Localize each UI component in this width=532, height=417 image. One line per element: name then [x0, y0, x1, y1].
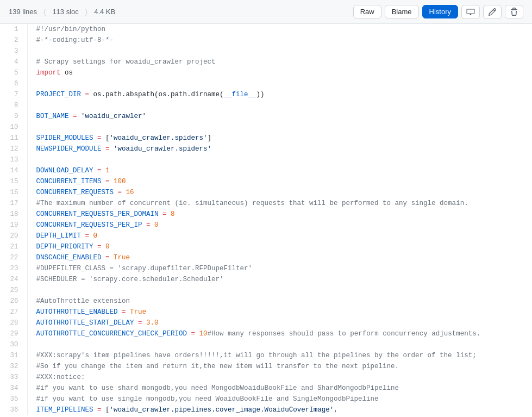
code-container: 1 #!/usr/bin/python 2 #-*-coding:utf-8-*… — [0, 24, 532, 415]
line-code: #!/usr/bin/python — [27, 24, 532, 35]
line-number: 3 — [0, 46, 27, 57]
table-row: 34 #if you want to use shard mongodb,you… — [0, 383, 532, 394]
line-code: AUTOTHROTTLE_START_DELAY = 3.0 — [27, 318, 532, 328]
line-number: 24 — [0, 274, 27, 285]
line-code — [27, 100, 532, 111]
table-row: 16 CONCURRENT_REQUESTS = 16 — [0, 187, 532, 198]
line-number: 31 — [0, 350, 27, 361]
table-row: 22 DNSCACHE_ENABLED = True — [0, 252, 532, 263]
line-number: 12 — [0, 144, 27, 154]
table-row: 32 #So if you change the item and return… — [0, 361, 532, 372]
table-row: 3 — [0, 46, 532, 57]
history-button[interactable]: History — [422, 5, 458, 18]
table-row: 19 CONCURRENT_REQUESTS_PER_IP = 0 — [0, 220, 532, 231]
line-number: 32 — [0, 361, 27, 372]
line-code: #XXX:scrapy's item pipelines have orders… — [27, 350, 532, 361]
line-number: 28 — [0, 318, 27, 328]
line-number: 34 — [0, 383, 27, 394]
table-row: 1 #!/usr/bin/python — [0, 24, 532, 35]
line-code: CONCURRENT_ITEMS = 100 — [27, 176, 532, 187]
line-number: 17 — [0, 198, 27, 209]
line-number: 7 — [0, 89, 27, 100]
separator1: ( — [43, 8, 46, 16]
line-number: 19 — [0, 220, 27, 231]
line-code: #if you want to use shard mongodb,you ne… — [27, 383, 532, 394]
display-toggle-button[interactable] — [461, 5, 480, 19]
table-row: 27 AUTOTHROTTLE_ENABLED = True — [0, 307, 532, 318]
line-number: 20 — [0, 231, 27, 241]
line-code: #So if you change the item and return it… — [27, 361, 532, 372]
line-number: 33 — [0, 372, 27, 383]
line-code: PROJECT_DIR = os.path.abspath(os.path.di… — [27, 89, 532, 100]
line-number: 2 — [0, 35, 27, 46]
table-row: 10 — [0, 122, 532, 133]
line-code — [27, 46, 532, 57]
line-code: #if you want to use single mongodb,you n… — [27, 394, 532, 404]
table-row: 5 import os — [0, 67, 532, 78]
line-number: 8 — [0, 100, 27, 111]
table-row: 12 NEWSPIDER_MODULE = 'woaidu_crawler.sp… — [0, 144, 532, 154]
table-row: 30 — [0, 339, 532, 350]
table-row: 31 #XXX:scrapy's item pipelines have ord… — [0, 350, 532, 361]
table-row: 7 PROJECT_DIR = os.path.abspath(os.path.… — [0, 89, 532, 100]
line-code: SPIDER_MODULES = ['woaidu_crawler.spider… — [27, 133, 532, 144]
table-row: 21 DEPTH_PRIORITY = 0 — [0, 241, 532, 252]
line-number: 10 — [0, 122, 27, 133]
table-row: 36 ITEM_PIPELINES = ['woaidu_crawler.pip… — [0, 404, 532, 415]
table-row: 6 — [0, 78, 532, 89]
line-code — [27, 78, 532, 89]
line-code: CONCURRENT_REQUESTS_PER_DOMAIN = 8 — [27, 209, 532, 220]
line-number: 13 — [0, 154, 27, 165]
line-code: #The maximum number of concurrent (ie. s… — [27, 198, 532, 209]
table-row: 14 DOWNLOAD_DELAY = 1 — [0, 165, 532, 176]
delete-button[interactable] — [505, 5, 523, 19]
line-number: 4 — [0, 57, 27, 67]
raw-button[interactable]: Raw — [353, 5, 381, 18]
blame-button[interactable]: Blame — [385, 5, 419, 18]
line-number: 25 — [0, 285, 27, 296]
line-code: ITEM_PIPELINES = ['woaidu_crawler.pipeli… — [27, 404, 532, 415]
line-number: 16 — [0, 187, 27, 198]
table-row: 23 #DUPEFILTER_CLASS = 'scrapy.dupefilte… — [0, 263, 532, 274]
table-row: 20 DEPTH_LIMIT = 0 — [0, 231, 532, 241]
table-row: 18 CONCURRENT_REQUESTS_PER_DOMAIN = 8 — [0, 209, 532, 220]
line-code: # Scrapy settings for woaidu_crawler pro… — [27, 57, 532, 67]
line-number: 30 — [0, 339, 27, 350]
line-number: 15 — [0, 176, 27, 187]
table-row: 13 — [0, 154, 532, 165]
table-row: 8 — [0, 100, 532, 111]
line-number: 29 — [0, 328, 27, 339]
line-number: 23 — [0, 263, 27, 274]
line-number: 26 — [0, 296, 27, 307]
line-number: 6 — [0, 78, 27, 89]
edit-button[interactable] — [483, 5, 502, 19]
file-header: 139 lines ( 113 sloc ) 4.4 KB Raw Blame … — [0, 0, 532, 24]
table-row: 25 — [0, 285, 532, 296]
monitor-icon — [466, 8, 475, 16]
sloc-count: 113 sloc — [52, 8, 78, 16]
line-number: 14 — [0, 165, 27, 176]
table-row: 11 SPIDER_MODULES = ['woaidu_crawler.spi… — [0, 133, 532, 144]
table-row: 28 AUTOTHROTTLE_START_DELAY = 3.0 — [0, 318, 532, 328]
line-number: 11 — [0, 133, 27, 144]
table-row: 15 CONCURRENT_ITEMS = 100 — [0, 176, 532, 187]
pencil-icon — [488, 8, 497, 16]
table-row: 2 #-*-coding:utf-8-*- — [0, 35, 532, 46]
line-code: import os — [27, 67, 532, 78]
table-row: 35 #if you want to use single mongodb,yo… — [0, 394, 532, 404]
line-code: #AutoThrottle extension — [27, 296, 532, 307]
file-size: 4.4 KB — [94, 8, 115, 16]
line-number: 21 — [0, 241, 27, 252]
line-code — [27, 154, 532, 165]
table-row: 9 BOT_NAME = 'woaidu_crawler' — [0, 111, 532, 122]
line-number: 1 — [0, 24, 27, 35]
line-code: NEWSPIDER_MODULE = 'woaidu_crawler.spide… — [27, 144, 532, 154]
line-number: 18 — [0, 209, 27, 220]
line-number: 35 — [0, 394, 27, 404]
line-code: DOWNLOAD_DELAY = 1 — [27, 165, 532, 176]
line-code: #XXX:notice: — [27, 372, 532, 383]
table-row: 4 # Scrapy settings for woaidu_crawler p… — [0, 57, 532, 67]
line-code: DNSCACHE_ENABLED = True — [27, 252, 532, 263]
line-count: 139 lines — [9, 8, 37, 16]
line-code: BOT_NAME = 'woaidu_crawler' — [27, 111, 532, 122]
